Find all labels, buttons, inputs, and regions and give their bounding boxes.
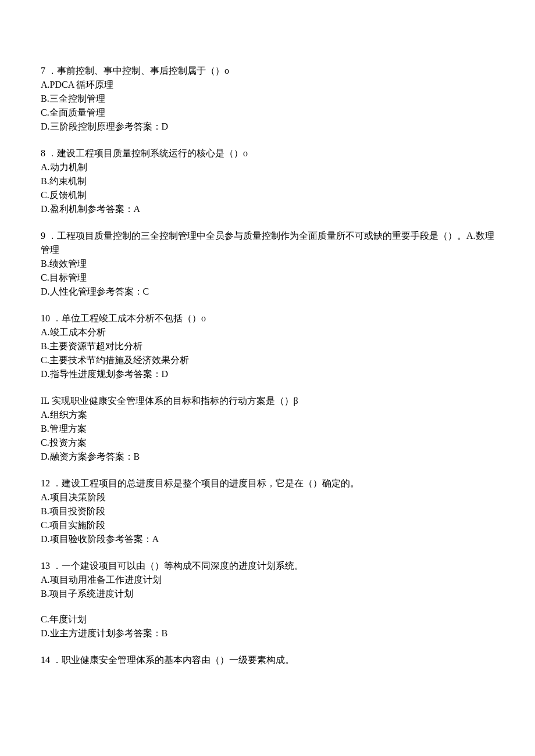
question-number: IL [41, 396, 49, 406]
question-text: 9 ．工程项目质量控制的三全控制管理中全员参与质量控制作为全面质量所不可或缺的重… [41, 231, 494, 255]
question-block: IL 实现职业健康安全管理体系的目标和指标的行动方案是（）β A.组织方案 B.… [41, 394, 494, 464]
question-block: 7 ．事前控制、事中控制、事后控制属于（）o A.PDCA 循环原理 B.三全控… [41, 64, 494, 134]
question-text: 13 ．一个建设项目可以由（）等构成不同深度的进度计划系统。 [41, 561, 304, 571]
question-text: 12 ．建设工程项目的总进度目标是整个项目的进度目标，它是在（）确定的。 [41, 478, 359, 488]
document-page: 7 ．事前控制、事中控制、事后控制属于（）o A.PDCA 循环原理 B.三全控… [0, 0, 535, 756]
question-number: 8 [41, 148, 45, 158]
question-block: 14 ．职业健康安全管理体系的基本内容由（）一级要素构成。 [41, 653, 494, 667]
question-number: 13 [41, 561, 50, 571]
option-c: C.主要技术节约措施及经济效果分析 [41, 353, 494, 367]
question-text: IL 实现职业健康安全管理体系的目标和指标的行动方案是（）β [41, 396, 298, 406]
option-a: A.项目动用准备工作进度计划 [41, 573, 494, 587]
option-a: A.动力机制 [41, 160, 494, 174]
question-text: 10 ．单位工程竣工成本分析不包括（）o [41, 313, 206, 323]
option-d-answer: D.人性化管理参考答案：C [41, 285, 494, 299]
option-a: A.项目决策阶段 [41, 490, 494, 504]
question-number: 14 [41, 655, 50, 665]
question-number: 7 [41, 66, 45, 76]
question-text: 14 ．职业健康安全管理体系的基本内容由（）一级要素构成。 [41, 655, 294, 665]
question-text: 7 ．事前控制、事中控制、事后控制属于（）o [41, 66, 229, 76]
question-number: 10 [41, 313, 50, 323]
option-a: A.组织方案 [41, 408, 494, 422]
option-d-answer: D.业主方进度计划参考答案：B [41, 626, 494, 640]
option-c: C.全面质量管理 [41, 106, 494, 120]
option-b: B.主要资源节超对比分析 [41, 339, 494, 353]
question-block: 9 ．工程项目质量控制的三全控制管理中全员参与质量控制作为全面质量所不可或缺的重… [41, 229, 494, 299]
option-d-answer: D.盈利机制参考答案：A [41, 202, 494, 216]
option-c: C.年度计划 [41, 612, 494, 626]
option-b: B.项目投资阶段 [41, 504, 494, 518]
option-c: C.投资方案 [41, 436, 494, 450]
question-number: 12 [41, 478, 50, 488]
option-c: C.目标管理 [41, 271, 494, 285]
option-b: B.约束机制 [41, 174, 494, 188]
question-block: 13 ．一个建设项目可以由（）等构成不同深度的进度计划系统。 A.项目动用准备工… [41, 559, 494, 640]
question-block: 10 ．单位工程竣工成本分析不包括（）o A.竣工成本分析 B.主要资源节超对比… [41, 311, 494, 381]
option-d-answer: D.指导性进度规划参考答案：D [41, 367, 494, 381]
option-c: C.反馈机制 [41, 188, 494, 202]
question-block: 12 ．建设工程项目的总进度目标是整个项目的进度目标，它是在（）确定的。 A.项… [41, 476, 494, 546]
option-b: B.绩效管理 [41, 257, 494, 271]
option-b: B.项目子系统进度计划 [41, 587, 494, 601]
question-text: 8 ．建设工程项目质量控制系统运行的核心是（）o [41, 148, 248, 158]
option-d-answer: D.融资方案参考答案：B [41, 450, 494, 464]
question-block: 8 ．建设工程项目质量控制系统运行的核心是（）o A.动力机制 B.约束机制 C… [41, 146, 494, 216]
option-d-answer: D.三阶段控制原理参考答案：D [41, 120, 494, 134]
option-b: B.管理方案 [41, 422, 494, 436]
option-c: C.项目实施阶段 [41, 518, 494, 532]
option-b: B.三全控制管理 [41, 92, 494, 106]
option-d-answer: D.项目验收阶段参考答案：A [41, 532, 494, 546]
question-number: 9 [41, 231, 45, 241]
option-a: A.PDCA 循环原理 [41, 78, 494, 92]
option-a: A.竣工成本分析 [41, 325, 494, 339]
